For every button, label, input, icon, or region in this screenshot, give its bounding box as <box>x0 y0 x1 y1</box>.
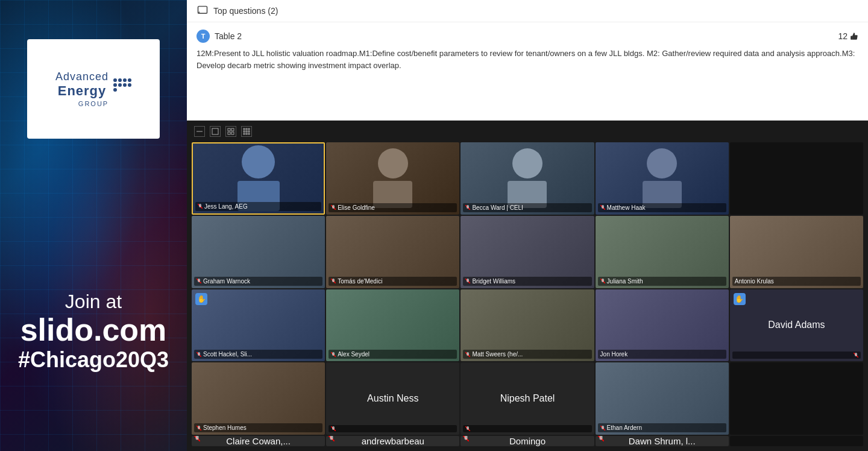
video-cell-bridget-williams: Bridget Williams <box>461 216 594 288</box>
muted-icon-stephen <box>197 426 201 430</box>
question-card: T Table 2 12 12M:Present to JLL holistic… <box>187 22 868 78</box>
logo-group-text: GROUP <box>55 100 131 107</box>
svg-rect-21 <box>467 205 469 209</box>
svg-rect-35 <box>332 352 335 356</box>
video-cell-tomas: Tomás de'Medici <box>326 216 459 288</box>
video-grid-container: Jess Lang, AEG Elise Goldfine <box>187 121 868 451</box>
video-cell-claire-cowan: Claire Cowan,... <box>192 436 325 446</box>
video-cell-empty-r5c5 <box>730 436 863 446</box>
muted-icon-austin <box>331 426 336 431</box>
toolbar-btn-1[interactable] <box>194 126 205 137</box>
video-cell-alex-seydel: Alex Seydel <box>326 289 459 362</box>
video-cell-jess-lang: Jess Lang, AEG <box>192 142 325 215</box>
muted-icon-8 <box>600 279 605 283</box>
muted-icon-9 <box>197 352 201 357</box>
questions-title: Top questions (2) <box>213 6 278 16</box>
muted-icon-11 <box>465 352 470 357</box>
video-cell-elise-goldfine: Elise Goldfine <box>326 142 459 215</box>
video-toolbar <box>187 121 868 142</box>
muted-icon-andrew <box>329 436 335 441</box>
muted-icon-nipesh <box>465 426 470 431</box>
svg-rect-41 <box>198 426 200 429</box>
participant-name-claire-cowan: Claire Cowan,... <box>226 436 291 446</box>
svg-rect-23 <box>602 205 604 209</box>
participant-name-stephen-humes: Stephen Humes <box>194 423 322 432</box>
raised-hand-icon-david: ✋ <box>734 293 746 305</box>
hashtag: #Chicago20Q3 <box>0 347 187 373</box>
vote-count: 12 <box>838 31 858 41</box>
svg-rect-11 <box>246 131 247 132</box>
svg-rect-12 <box>248 131 250 132</box>
restore-icon <box>212 128 219 135</box>
video-cell-matthew-haak: Matthew Haak <box>596 142 729 215</box>
muted-icon-4 <box>600 205 605 210</box>
svg-rect-45 <box>467 426 469 430</box>
video-cell-empty-r4c5 <box>730 362 863 435</box>
svg-rect-17 <box>199 204 201 207</box>
svg-rect-27 <box>332 279 335 282</box>
svg-rect-19 <box>332 205 335 209</box>
participant-name-austin-ness-bottom <box>329 425 457 432</box>
video-cell-austin-ness: Austin Ness <box>326 362 459 435</box>
svg-rect-5 <box>228 132 230 134</box>
question-meta: T Table 2 12 <box>197 30 858 43</box>
muted-icon-claire <box>194 436 200 441</box>
join-info: Join at slido.com #Chicago20Q3 <box>0 291 187 373</box>
video-cell-empty-r1c5 <box>730 142 863 215</box>
toolbar-btn-2[interactable] <box>210 126 221 137</box>
participant-name-domingo: Domingo <box>509 436 546 446</box>
video-cell-matt-sweers: Matt Sweers (he/... <box>461 289 594 362</box>
video-cell-david-adams: ✋ David Adams <box>730 289 863 362</box>
slido-url: slido.com <box>0 313 187 347</box>
svg-rect-39 <box>855 353 857 356</box>
muted-icon-dawn <box>598 436 604 441</box>
company-logo: Advanced Energy GROUP <box>27 39 160 139</box>
grid-icon-large <box>243 128 250 135</box>
svg-rect-29 <box>467 279 469 282</box>
video-cell-becca-ward: Becca Ward | CELI <box>461 142 594 215</box>
participant-name-ethan-ardern: Ethan Ardern <box>598 423 726 432</box>
muted-icon <box>198 204 203 209</box>
participant-name-becca-ward: Becca Ward | CELI <box>463 203 591 212</box>
participant-name-matt-sweers: Matt Sweers (he/... <box>463 350 591 359</box>
svg-rect-2 <box>212 128 218 134</box>
grid-icon-small <box>227 128 234 135</box>
participant-name-matthew-haak: Matthew Haak <box>598 203 726 212</box>
question-text: 12M:Present to JLL holistic valuation ro… <box>197 48 858 71</box>
video-conference-area: Top questions (2) T Table 2 12 12M:Prese… <box>187 0 868 451</box>
participant-name-tomas: Tomás de'Medici <box>329 277 457 286</box>
svg-rect-37 <box>467 352 469 356</box>
participant-name-david-adams-bottom <box>732 352 861 359</box>
svg-rect-47 <box>602 426 604 429</box>
participant-name-nipesh-patel-bottom <box>463 425 591 432</box>
svg-rect-8 <box>246 128 247 130</box>
muted-icon-david <box>854 353 858 358</box>
table-badge: T <box>197 30 210 43</box>
table-label: Table 2 <box>215 31 242 41</box>
participant-name-alex-seydel: Alex Seydel <box>329 350 457 359</box>
participant-name-jess-lang: Jess Lang, AEG <box>195 202 321 211</box>
join-at-label: Join at <box>0 291 187 313</box>
logo-dots <box>113 78 131 92</box>
video-cell-domingo: Domingo <box>461 436 594 446</box>
left-background: Advanced Energy GROUP Join at slido.com … <box>0 0 187 451</box>
questions-header: Top questions (2) <box>187 0 868 22</box>
muted-icon-5 <box>197 279 201 283</box>
participant-name-bridget-williams: Bridget Williams <box>463 277 591 286</box>
svg-rect-4 <box>231 128 234 131</box>
participant-name-graham-warnock: Graham Warnock <box>194 277 322 286</box>
svg-rect-6 <box>231 132 234 134</box>
toolbar-btn-3[interactable] <box>225 126 236 137</box>
svg-rect-25 <box>198 279 200 282</box>
muted-icon-6 <box>331 279 336 283</box>
participant-name-david-adams: David Adams <box>763 315 829 335</box>
toolbar-btn-4[interactable] <box>241 126 252 137</box>
video-cell-antonio-krulas: Antonio Krulas <box>730 216 863 288</box>
participant-name-dawn-shrum: Dawn Shrum, l... <box>629 436 696 446</box>
svg-rect-43 <box>332 426 335 430</box>
participant-name-austin-ness: Austin Ness <box>362 388 423 409</box>
svg-rect-14 <box>246 133 247 134</box>
logo-advanced-text: Advanced <box>55 71 108 83</box>
svg-rect-13 <box>244 133 245 134</box>
participant-name-antonio-krulas: Antonio Krulas <box>732 277 861 286</box>
